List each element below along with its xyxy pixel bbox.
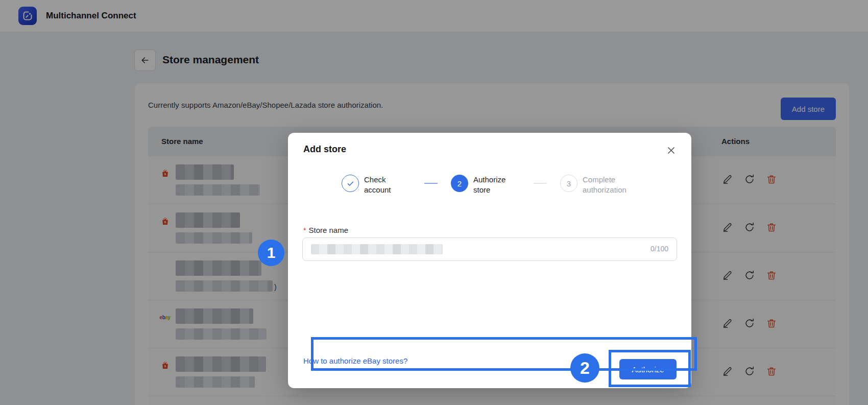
step3-label: Complete authorization — [583, 175, 638, 195]
step-check-account: Check account — [342, 175, 411, 195]
redacted-input-value — [311, 244, 443, 254]
how-to-authorize-link[interactable]: How to authorize eBay stores? — [303, 356, 407, 365]
required-asterisk: * — [303, 226, 306, 234]
authorize-button[interactable]: Authorize — [619, 359, 677, 379]
add-store-modal: Add store Check account 2 Authorize stor… — [288, 133, 691, 388]
step-authorize-store: 2 Authorize store — [451, 175, 520, 195]
check-icon — [346, 179, 355, 188]
close-icon — [666, 146, 676, 155]
step-complete-authorization: 3 Complete authorization — [560, 175, 638, 195]
annotation-badge-1: 1 — [258, 240, 284, 266]
store-name-label: *Store name — [303, 226, 348, 234]
step-connector-pending — [534, 183, 547, 184]
stepper: Check account 2 Authorize store 3 Comple… — [288, 175, 691, 195]
annotation-badge-2: 2 — [570, 353, 599, 383]
step3-circle: 3 — [560, 175, 577, 192]
step2-circle: 2 — [451, 175, 468, 192]
step-connector-done — [424, 183, 438, 184]
store-name-label-text: Store name — [308, 226, 348, 234]
store-name-input[interactable]: 0/100 — [302, 237, 677, 261]
modal-title: Add store — [303, 144, 346, 155]
step2-label: Authorize store — [473, 175, 520, 195]
modal-close-button[interactable] — [664, 143, 678, 157]
step1-circle — [342, 175, 359, 192]
step1-label: Check account — [364, 175, 411, 195]
char-counter: 0/100 — [650, 245, 668, 253]
